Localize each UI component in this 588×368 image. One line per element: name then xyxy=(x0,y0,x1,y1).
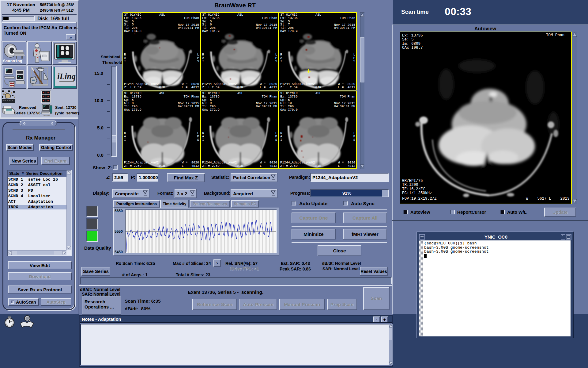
svg-text:Scanning: Scanning xyxy=(3,59,22,63)
